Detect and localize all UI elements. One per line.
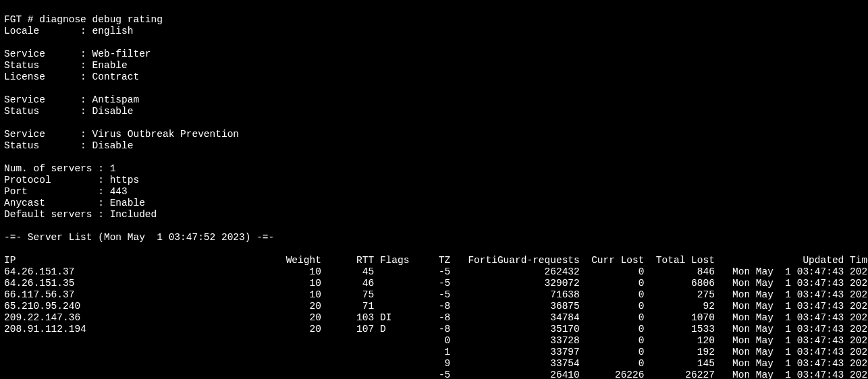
kv-line: Service : Web-filter: [4, 49, 151, 59]
blank-line: [4, 243, 10, 254]
kv-line: Status : Disable: [4, 140, 133, 151]
kv-line: Anycast : Enable: [4, 198, 145, 208]
server-list-header: =- Server List (Mon May 1 03:47:52 2023)…: [10, 232, 275, 243]
kv-line: License : Contract: [4, 71, 139, 82]
command-line: FGT # diagnose debug rating: [4, 14, 163, 25]
kv-line: Port : 443: [4, 186, 128, 197]
kv-line: Default servers : Included: [4, 209, 157, 220]
server-table: IP Weight RTT Flags TZ FortiGuard-reques…: [4, 255, 868, 379]
kv-line: Service : Virus Outbreak Prevention: [4, 129, 239, 140]
mouse-cursor-icon: -: [4, 232, 10, 243]
terminal-output: FGT # diagnose debug rating Locale : eng…: [0, 0, 868, 379]
kv-line: Protocol : https: [4, 175, 139, 185]
kv-line: Status : Disable: [4, 106, 133, 117]
kv-line: Status : Enable: [4, 60, 128, 71]
kv-line: Num. of servers : 1: [4, 163, 115, 174]
kv-line: Locale : english: [4, 26, 133, 36]
kv-line: Service : Antispam: [4, 94, 139, 105]
